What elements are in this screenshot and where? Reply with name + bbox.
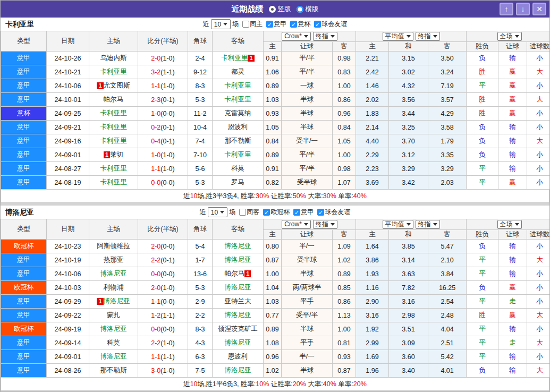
summary-segment: 20% [353,380,367,388]
outcome-cell: 负 [467,121,498,134]
avg-away-cell: 3.35 [428,148,467,162]
goals-result-cell: 小 [527,176,550,190]
table-row: 意甲24-10-01帕尔马2-3(0-1)5-3卡利亚里1.03半球0.862.… [1,93,550,107]
home-team-name: 博洛尼亚 [100,270,127,277]
column-header-2: 主场 [89,31,138,52]
scroll-up-button[interactable]: ↑ [500,3,513,15]
chevron-down-icon [331,35,335,40]
handicap-cell: 一球 [282,79,333,93]
handicap-result-cell: 走 [498,295,527,309]
home-odds-cell: 0.89 [264,322,282,336]
home-team-name: 卡利亚里 [100,165,127,172]
final-odds-select-value: 终指 [316,220,328,229]
corner-cell: 5-3 [188,93,213,107]
competition-badge: 欧冠杯 [1,240,47,253]
average-select[interactable]: 平均值 [383,220,413,229]
match-count-select[interactable]: 10 [211,19,231,29]
corner-cell: 4-3 [188,336,213,350]
competition-badge: 意甲 [1,253,47,267]
fulltime-score: 1-0 [151,151,160,159]
summary-segment: 大率: [306,192,323,200]
handicap-result-cell: 输 [498,267,527,281]
score-cell: 0-4(0-1) [138,134,188,148]
average-select[interactable]: 平均值 [383,32,413,41]
final-odds-select-2[interactable]: 终指 [416,220,440,229]
average-select-value: 平均值 [385,220,404,229]
away-odds-cell: 0.96 [333,107,356,121]
avg-home-cell: 1.92 [356,322,389,336]
avg-home-cell: 2.29 [356,148,389,162]
chevron-down-icon [223,23,227,28]
sub-column-header-7: 让球 [498,230,527,240]
same-venue-checkbox[interactable]: 同客 [239,208,259,217]
table-row: 意甲24-10-21卡利亚里3-2(1-1)9-12都灵1.06平/半0.832… [1,65,550,79]
date-cell: 24-10-19 [47,253,89,267]
league-checkbox-1[interactable]: ✓意甲 [293,208,314,217]
score-cell: 3-2(1-1) [138,65,188,79]
avg-draw-cell: 3.42 [389,176,428,190]
final-odds-select-2[interactable]: 终指 [416,32,440,41]
sub-column-header-3: 主 [356,42,389,52]
home-team-cell: 1博洛尼亚 [89,295,138,309]
league-checkbox-2[interactable]: ✓球会友谊 [314,20,347,29]
summary-segment: 单率: [336,192,353,200]
away-team-name: 顿涅茨克矿工 [218,325,258,333]
layout-vertical-label: 竖版 [278,5,291,14]
avg-draw-cell: 3.51 [389,322,428,336]
column-header-4: 角球 [188,219,213,240]
date-cell: 24-09-22 [47,309,89,322]
home-team-cell: 帕尔马 [89,93,138,107]
score-cell: 2-3(0-1) [138,93,188,107]
score-cell: 1-2(1-1) [138,309,188,322]
handicap-result-cell: 赢 [498,93,527,107]
crow-select-value: Crow* [284,32,302,40]
sub-column-header-5: 客 [428,230,467,240]
final-odds-select[interactable]: 终指 [313,220,337,229]
avg-home-cell: 1.64 [356,240,389,253]
date-cell: 24-10-21 [47,65,89,79]
halftime-score: (1-0) [160,165,174,173]
full-match-select[interactable]: 全场 [497,32,522,41]
league-checkbox-2-label: 球会友谊 [321,20,347,29]
column-header-3: 比分(半场) [138,219,188,240]
avg-draw-cell: 3.70 [389,134,428,148]
score-cell: 1-1(0-0) [138,295,188,309]
team-section: 博洛尼亚近10场同客✓欧冠杯✓意甲✓球会友谊类型日期主场比分(半场)角球客场Cr… [1,206,549,391]
league-checkbox-2[interactable]: ✓球会友谊 [317,208,350,217]
table-row: 意甲24-08-26那不勒斯3-0(1-0)7-5博洛尼亚1.02半球0.871… [1,364,550,378]
crow-select[interactable]: Crow* [282,220,311,229]
score-cell: 2-0(0-0) [138,240,188,253]
final-odds-select[interactable]: 终指 [313,32,337,41]
away-team-cell: 那不勒斯 [213,134,264,148]
avg-home-cell: 1.96 [356,364,389,378]
home-odds-cell: 0.89 [264,79,282,93]
home-team-cell: 卡利亚里 [89,65,138,79]
league-checkbox-0[interactable]: ✓欧冠杯 [263,208,290,217]
home-odds-cell: 1.03 [264,295,282,309]
match-count-select[interactable]: 10 [208,207,227,217]
fulltime-score: 1-1 [151,165,160,173]
league-checkbox-0[interactable]: ✓意甲 [266,20,286,29]
avg-away-cell: 2.54 [428,295,467,309]
column-header-1: 日期 [47,219,89,240]
away-team-name: 克雷莫纳 [225,109,251,117]
same-venue-checkbox[interactable]: 同主 [242,20,263,29]
scroll-down-button[interactable]: ↓ [516,3,530,15]
league-checkbox-1[interactable]: ✓意杯 [290,20,310,29]
outcome-cell: 平 [467,295,498,309]
home-odds-cell: 0.84 [264,134,282,148]
crow-select[interactable]: Crow* [282,32,311,41]
table-row: 欧冠杯24-10-23阿斯顿维拉2-0(0-0)5-4博洛尼亚0.80半/一1.… [1,240,550,253]
chevron-down-icon [433,223,437,228]
outcome-cell: 平 [467,79,498,93]
date-cell: 24-09-16 [47,134,89,148]
layout-horizontal-radio[interactable]: 横版 [297,5,319,14]
outcome-cell: 负 [467,364,498,378]
home-odds-cell: 0.96 [264,350,282,364]
full-match-select[interactable]: 全场 [497,220,522,229]
layout-vertical-radio[interactable]: 竖版 [269,5,291,14]
close-button[interactable]: ✕ [532,3,546,15]
away-team-name: 帕尔马 [225,270,245,277]
handicap-cell: 平手 [282,336,333,350]
home-team-name: 博洛尼亚 [104,297,130,305]
